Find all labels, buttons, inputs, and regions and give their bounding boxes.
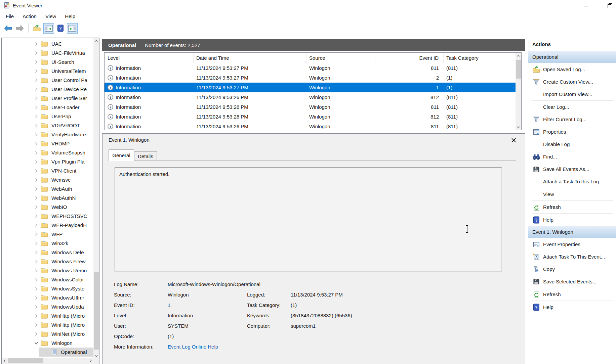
scrollbar-thumb[interactable] [516,60,521,79]
tree-item-user-control-pa[interactable]: User Control Pa [2,76,93,85]
tree-item-wcmsvc[interactable]: Wcmsvc [2,175,93,184]
tree-item-user-loader[interactable]: User-Loader [2,103,93,112]
action-attach-task-to-this-event[interactable]: Attach Task To This Event... [528,251,616,263]
tree-item-operational[interactable]: Operational [2,348,93,357]
chevron-right-icon[interactable] [33,195,39,201]
tab-general[interactable]: General [109,149,134,161]
event-log-online-help-link[interactable]: Event Log Online Help [168,344,218,350]
event-row[interactable]: iInformation11/13/2024 9:53:26 PMWinlogo… [105,102,516,112]
action-save-selected-events[interactable]: Save Selected Events... [528,275,616,288]
restore-button[interactable] [605,2,615,9]
chevron-right-icon[interactable] [33,150,39,155]
chevron-right-icon[interactable] [33,268,39,273]
action-refresh[interactable]: Refresh [528,288,616,301]
chevron-right-icon[interactable] [33,123,39,128]
column-header-level[interactable]: Level [105,53,194,63]
tree-item-uac[interactable]: UAC [2,39,93,48]
tree-item-winhttp-micro[interactable]: WinHttp (Micro [2,311,93,320]
action-save-all-events-as[interactable]: Save All Events As... [528,163,616,175]
help-button[interactable]: ? [55,23,66,34]
actions-group-header-operational[interactable]: Operational [528,51,616,63]
column-header-task-category[interactable]: Task Category [444,53,516,63]
chevron-right-icon[interactable] [33,69,39,74]
action-find[interactable]: Find... [528,150,616,163]
tree-item-vdrvroot[interactable]: VDRVROOT [2,121,93,130]
chevron-right-icon[interactable] [33,87,39,92]
actions-group-header-event-1-winlogon[interactable]: Event 1, Winlogon [528,226,616,238]
tree-item-universaltelem[interactable]: UniversalTelem [2,66,93,76]
chevron-right-icon[interactable] [33,313,39,319]
action-import-custom-view[interactable]: Import Custom View... [528,88,616,100]
chevron-right-icon[interactable] [33,214,39,219]
menu-item-help[interactable]: Help [60,12,80,20]
tree-item-windowsupda[interactable]: WindowsUpda [2,302,93,311]
tree-item-windows-firew[interactable]: Windows Firew [2,257,93,266]
column-header-date-and-time[interactable]: Date and Time [194,53,306,63]
tree-item-windowscolor[interactable]: WindowsColor [2,275,93,284]
scroll-left-arrow-icon[interactable] [2,358,7,364]
tree-item-user-device-re[interactable]: User Device Re [2,85,93,94]
chevron-right-icon[interactable] [33,204,39,210]
tree-item-wephostsvc[interactable]: WEPHOSTSVC [2,212,93,221]
action-disable-log[interactable]: Disable Log [528,138,616,150]
scroll-up-arrow-icon[interactable] [93,38,99,44]
action-event-properties[interactable]: Event Properties [528,238,616,251]
menu-item-file[interactable]: File [1,12,18,20]
chevron-right-icon[interactable] [33,259,39,264]
chevron-right-icon[interactable] [33,50,39,56]
action-pane-toggle-button[interactable] [67,23,78,34]
chevron-right-icon[interactable] [33,232,39,237]
scroll-down-arrow-icon[interactable] [516,124,521,130]
scroll-up-arrow-icon[interactable] [516,53,521,58]
chevron-right-icon[interactable] [33,250,39,255]
chevron-right-icon[interactable] [33,159,39,165]
tree-item-win32k[interactable]: Win32k [2,239,93,248]
chevron-right-icon[interactable] [33,132,39,137]
column-header-event-id[interactable]: Event ID [375,53,444,63]
tree-item-winlogon[interactable]: Winlogon [2,338,93,348]
chevron-right-icon[interactable] [33,277,39,282]
chevron-right-icon[interactable] [33,322,39,328]
tree-item-verifyhardware[interactable]: VerifyHardware [2,130,93,139]
action-open-saved-log[interactable]: Open Saved Log... [528,63,616,76]
forward-button[interactable] [14,23,25,34]
tree-item-wer-payloadh[interactable]: WER-PayloadH [2,221,93,230]
chevron-right-icon[interactable] [33,177,39,183]
event-row[interactable]: iInformation11/13/2024 9:53:27 PMWinlogo… [105,83,516,92]
chevron-right-icon[interactable] [33,331,39,337]
tree-vertical-scrollbar[interactable] [93,38,99,359]
tree-item-windows-defe[interactable]: Windows Defe [2,248,93,257]
chevron-right-icon[interactable] [33,168,39,174]
chevron-right-icon[interactable] [33,141,39,146]
action-view[interactable]: View [528,188,616,200]
event-row[interactable]: iInformation11/13/2024 9:53:27 PMWinlogo… [105,73,516,83]
tree-item-windows-remo[interactable]: Windows Remo [2,266,93,275]
tree-item-vpn-client[interactable]: VPN-Client [2,166,93,175]
chevron-right-icon[interactable] [33,96,39,101]
scrollbar-thumb[interactable] [94,272,99,350]
back-button[interactable] [3,23,13,34]
tree-item-webio[interactable]: WebIO [2,202,93,212]
chevron-right-icon[interactable] [33,41,39,47]
menu-item-action[interactable]: Action [18,12,41,20]
minimize-button[interactable] [581,2,591,9]
events-vertical-scrollbar[interactable] [516,53,521,130]
chevron-right-icon[interactable] [33,223,39,228]
action-help[interactable]: ?Help [528,301,616,313]
action-filter-current-log[interactable]: Filter Current Log... [528,113,616,126]
action-help[interactable]: ?Help [528,214,616,226]
tree-item-webauth[interactable]: WebAuth [2,184,93,193]
tree-item-volumesnapsh[interactable]: VolumeSnapsh [2,148,93,157]
close-preview-button[interactable] [511,137,516,143]
chevron-right-icon[interactable] [33,304,39,310]
chevron-right-icon[interactable] [33,114,39,119]
open-saved-log-button[interactable] [32,23,42,34]
column-header-source[interactable]: Source [306,53,375,63]
chevron-right-icon[interactable] [33,186,39,192]
chevron-right-icon[interactable] [33,295,39,301]
tree-item-userpnp[interactable]: UserPnp [2,112,93,121]
scroll-right-arrow-icon[interactable] [88,358,93,364]
action-create-custom-view[interactable]: Create Custom View... [528,76,616,88]
tree-item-windowssyste[interactable]: WindowsSyste [2,284,93,293]
chevron-right-icon[interactable] [33,59,39,65]
